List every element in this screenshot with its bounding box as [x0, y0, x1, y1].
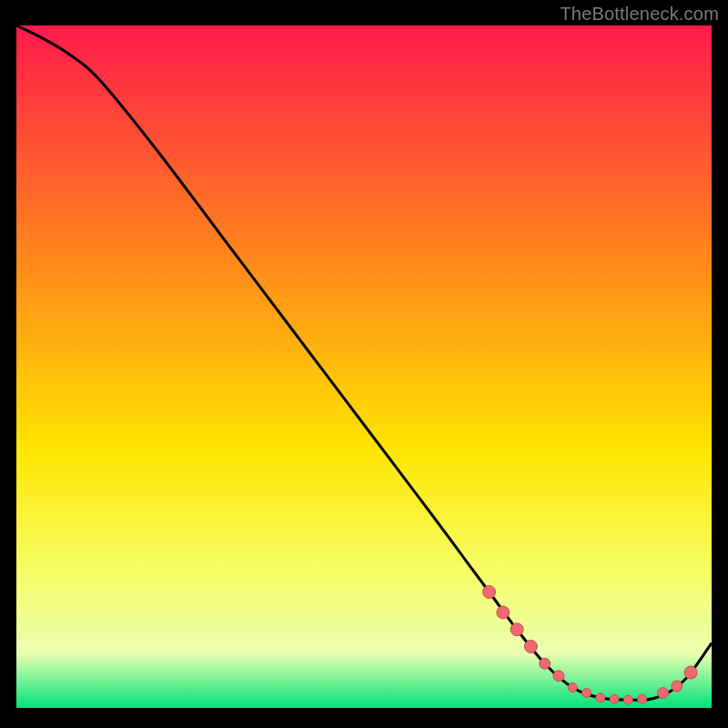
gradient-panel	[16, 25, 712, 708]
valley-dot	[540, 658, 551, 669]
chart-container: { "watermark": "TheBottleneck.com", "col…	[0, 0, 728, 728]
valley-dot	[596, 693, 605, 703]
valley-dot	[553, 671, 564, 682]
valley-dot	[672, 681, 682, 692]
valley-dot	[568, 683, 577, 693]
valley-dot	[658, 688, 669, 699]
valley-dot	[684, 666, 697, 679]
valley-dot	[581, 689, 591, 698]
valley-dot	[511, 623, 523, 636]
valley-dot	[610, 694, 619, 703]
valley-dot	[638, 694, 647, 703]
bottleneck-chart	[0, 0, 728, 728]
valley-dot	[524, 641, 537, 653]
watermark-text: TheBottleneck.com	[560, 4, 719, 25]
valley-dot	[483, 586, 496, 599]
valley-dot	[623, 695, 632, 704]
valley-dot	[497, 606, 510, 619]
